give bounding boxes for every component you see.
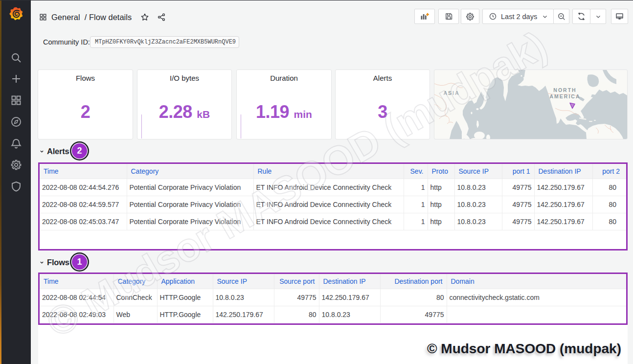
svg-text:ASIA: ASIA — [443, 90, 459, 96]
svg-text:AMERICA: AMERICA — [550, 93, 581, 99]
svg-text:NORTH: NORTH — [553, 87, 576, 93]
